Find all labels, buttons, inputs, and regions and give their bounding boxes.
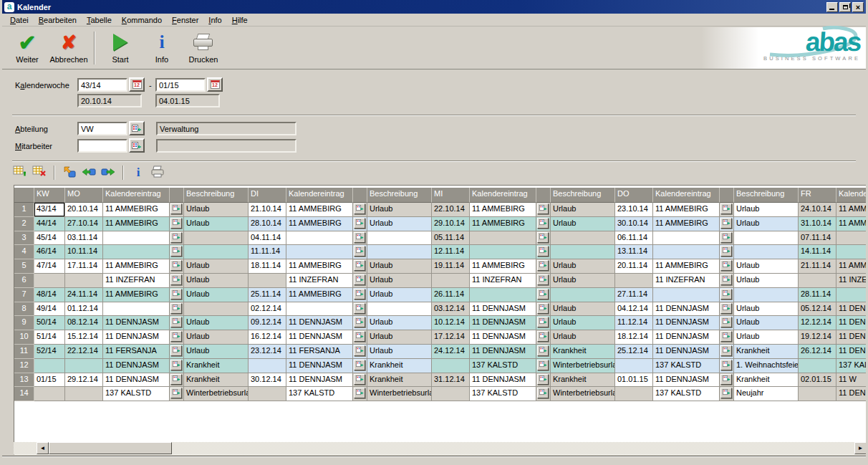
cell-date[interactable]: 31.12.14 [432, 373, 470, 388]
cell-lookup[interactable] [170, 302, 184, 317]
cell-lookup-button[interactable] [170, 232, 182, 243]
cell-lookup-button[interactable] [537, 203, 549, 214]
cell-kalendereintrag[interactable] [103, 245, 170, 259]
cell-lookup-button[interactable] [720, 388, 732, 398]
cell-lookup[interactable] [353, 302, 367, 317]
cell-kalendereintrag[interactable]: 11 DENNJASM [836, 302, 867, 317]
abteilung-input[interactable] [77, 122, 127, 135]
row-number[interactable]: 4 [14, 245, 34, 259]
cell-kalendereintrag[interactable] [836, 288, 867, 302]
cell-date[interactable]: 16.12.14 [249, 330, 286, 345]
row-number[interactable]: 1 [14, 203, 34, 217]
cell-lookup[interactable] [170, 373, 184, 388]
menu-fenster[interactable]: Fenster [167, 14, 203, 26]
header-beschreibung[interactable]: Beschreibung [551, 188, 615, 203]
cell-kalendereintrag[interactable]: 11 DENNJASM [836, 387, 867, 401]
cell-lookup-button[interactable] [720, 345, 732, 356]
cell-date[interactable]: 05.12.14 [799, 302, 836, 317]
cell-kalendereintrag[interactable] [836, 231, 867, 246]
cell-kalendereintrag[interactable]: 11 DENNJASM [836, 316, 867, 330]
cell-kalendereintrag[interactable]: 11 DENNJASM [286, 373, 353, 388]
cell-lookup-button[interactable] [720, 274, 732, 285]
cell-kw[interactable]: 01/15 [34, 373, 65, 388]
cell-lookup[interactable] [720, 316, 734, 330]
cell-date[interactable]: 15.12.14 [65, 330, 103, 345]
cell-lookup-button[interactable] [170, 374, 182, 385]
cell-kalendereintrag[interactable]: 11 DENNJASM [470, 302, 536, 317]
cell-date[interactable]: 13.11.14 [615, 245, 653, 259]
cell-kalendereintrag[interactable]: 11 AMMEBIRG [836, 217, 867, 231]
cell-date[interactable]: 19.11.14 [432, 259, 470, 274]
cell-lookup-button[interactable] [170, 289, 182, 299]
cell-lookup[interactable] [720, 203, 734, 217]
mitarbeiter-lookup-button[interactable] [129, 138, 145, 153]
cell-kalendereintrag[interactable]: 11 DENNJASM [103, 330, 170, 345]
cell-date[interactable]: 24.11.14 [65, 288, 103, 302]
cell-date[interactable]: 07.11.14 [799, 231, 836, 246]
row-number[interactable]: 2 [14, 217, 34, 231]
cell-date[interactable]: 01.12.14 [65, 302, 103, 317]
mitarbeiter-input[interactable] [77, 139, 127, 153]
cell-kalendereintrag[interactable]: 11 AMMEBIRG [653, 259, 720, 274]
cell-kalendereintrag[interactable]: 11 W [836, 373, 867, 388]
cell-lookup-button[interactable] [354, 218, 365, 229]
row-number[interactable]: 9 [14, 316, 34, 330]
cell-lookup[interactable] [536, 359, 551, 373]
goto-row-button[interactable] [62, 165, 77, 181]
cell-lookup[interactable] [720, 345, 734, 359]
cell-lookup[interactable] [536, 330, 551, 345]
cell-lookup-button[interactable] [537, 345, 549, 356]
close-button[interactable]: × [852, 2, 864, 12]
cell-kw[interactable]: 43/14 [34, 203, 65, 217]
cell-kalendereintrag[interactable]: 11 FERSANJA [286, 345, 353, 359]
cell-kalendereintrag[interactable]: 11 DENNJASM [470, 330, 536, 345]
cell-lookup-button[interactable] [537, 260, 549, 271]
cell-lookup[interactable] [170, 345, 184, 359]
cell-date[interactable]: 30.10.14 [615, 217, 653, 231]
cell-lookup-button[interactable] [720, 203, 732, 214]
cell-date[interactable]: 31.10.14 [799, 217, 836, 231]
cell-kalendereintrag[interactable]: 11 AMMEBIRG [653, 217, 720, 231]
cell-date[interactable]: 05.11.14 [432, 231, 470, 246]
cell-lookup-button[interactable] [170, 331, 182, 342]
header-kalendereintrag[interactable]: Kalendereintrag [470, 188, 536, 203]
cell-date[interactable] [65, 359, 103, 373]
cell-kalendereintrag[interactable]: 11 DENNJASM [470, 316, 536, 330]
cell-date[interactable]: 29.12.14 [65, 373, 103, 388]
kw-from-input[interactable] [77, 78, 127, 92]
header-kalendereintrag[interactable]: Kalendereintrag [653, 188, 720, 203]
cell-date[interactable]: 12.12.14 [799, 316, 836, 330]
cell-lookup[interactable] [353, 345, 367, 359]
drucken-button[interactable]: Drucken [183, 30, 224, 66]
cell-kalendereintrag[interactable]: 11 INZEFRAN [103, 274, 170, 288]
cell-date[interactable]: 19.12.14 [799, 330, 836, 345]
cell-lookup-button[interactable] [354, 331, 365, 342]
cell-kalendereintrag[interactable] [103, 302, 170, 317]
cell-kalendereintrag[interactable]: 137 KALSTD [103, 387, 170, 401]
cell-lookup-button[interactable] [354, 360, 365, 370]
row-number[interactable]: 11 [14, 345, 34, 359]
cell-lookup[interactable] [536, 345, 551, 359]
info-button[interactable]: i Info [141, 30, 183, 66]
cell-date[interactable]: 20.11.14 [615, 259, 653, 274]
cell-kalendereintrag[interactable]: 11 AMMEBIRG [836, 259, 867, 274]
cell-lookup-button[interactable] [170, 260, 182, 271]
cell-date[interactable]: 21.11.14 [799, 259, 836, 274]
header-beschreibung[interactable]: Beschreibung [367, 188, 432, 203]
cell-lookup[interactable] [720, 302, 734, 317]
cell-lookup[interactable] [720, 274, 734, 288]
cell-lookup-button[interactable] [537, 232, 549, 243]
cell-date[interactable] [249, 359, 286, 373]
cell-lookup-button[interactable] [720, 303, 732, 314]
cell-lookup-button[interactable] [170, 218, 182, 229]
cell-lookup-button[interactable] [354, 203, 365, 214]
cell-date[interactable] [432, 359, 470, 373]
cell-lookup-button[interactable] [354, 274, 365, 285]
cell-kalendereintrag[interactable]: 137 KALSTD [470, 387, 536, 401]
cell-kalendereintrag[interactable]: 11 DENNJASM [470, 373, 536, 388]
cell-lookup-button[interactable] [170, 317, 182, 327]
cell-kw[interactable] [34, 359, 65, 373]
info-button[interactable]: i [130, 165, 146, 181]
cell-lookup[interactable] [720, 245, 734, 259]
cell-lookup-button[interactable] [170, 360, 182, 370]
